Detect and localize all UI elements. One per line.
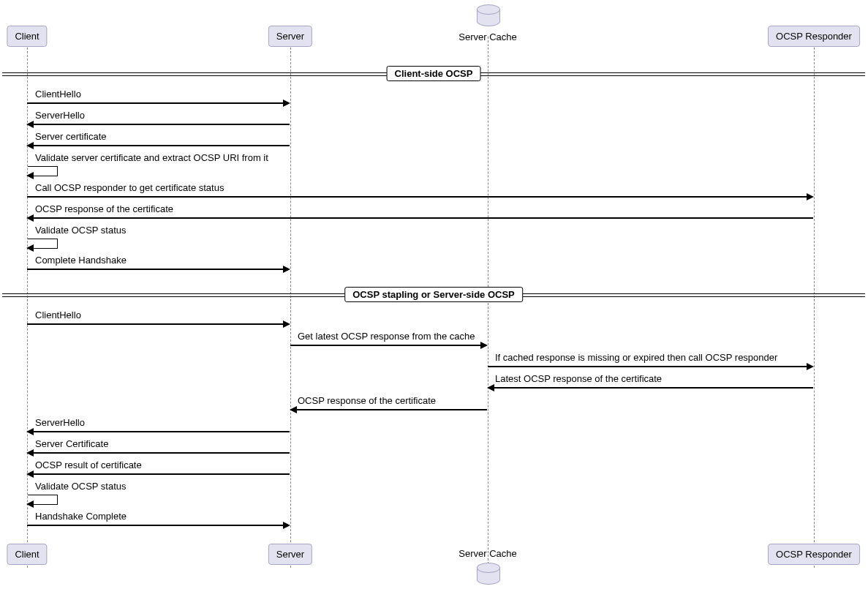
arrow-left	[291, 409, 487, 410]
msg-label: OCSP response of the certificate	[296, 395, 437, 406]
msg-label: OCSP response of the certificate	[34, 203, 175, 214]
arrow-right	[27, 196, 812, 198]
arrow-right	[27, 525, 289, 526]
arrow-left	[28, 217, 813, 219]
self-arrow	[28, 239, 58, 249]
participant-cache-bottom-label: Server Cache	[458, 548, 516, 559]
msg-label: Validate OCSP status	[34, 225, 128, 236]
database-icon	[477, 563, 499, 585]
msg-label: ServerHello	[34, 110, 86, 121]
participant-ocsp-bottom: OCSP Responder	[768, 544, 860, 565]
participant-cache-top-label: Server Cache	[458, 31, 516, 42]
arrow-left	[28, 473, 290, 475]
msg-label: OCSP result of certificate	[34, 459, 143, 470]
msg-label: Validate OCSP status	[34, 481, 128, 492]
msg-label: ServerHello	[34, 417, 86, 428]
self-arrow	[28, 495, 58, 505]
msg-label: ClientHello	[34, 309, 83, 320]
msg-label: Complete Handshake	[34, 255, 128, 266]
participant-server-top: Server	[268, 26, 312, 47]
arrow-left	[28, 431, 290, 432]
msg-label: Server certificate	[34, 131, 108, 142]
divider-title: OCSP stapling or Server-side OCSP	[344, 287, 523, 302]
divider-title: Client-side OCSP	[387, 66, 481, 81]
participant-ocsp-top: OCSP Responder	[768, 26, 860, 47]
msg-label: Validate server certificate and extract …	[34, 152, 270, 163]
msg-label: Handshake Complete	[34, 511, 128, 522]
arrow-right	[290, 345, 486, 346]
divider-client-side: Client-side OCSP	[2, 66, 865, 82]
arrow-right	[488, 366, 812, 367]
msg-label: Get latest OCSP response from the cache	[296, 331, 477, 342]
self-arrow	[28, 166, 58, 176]
msg-label: ClientHello	[34, 89, 83, 100]
arrow-left	[488, 387, 813, 389]
participant-server-bottom: Server	[268, 544, 312, 565]
msg-label: Server Certificate	[34, 438, 110, 449]
arrow-left	[28, 124, 290, 125]
participant-client-top: Client	[7, 26, 47, 47]
arrow-right	[27, 269, 289, 270]
arrow-left	[28, 452, 290, 454]
arrow-right	[27, 102, 289, 104]
divider-server-side: OCSP stapling or Server-side OCSP	[2, 287, 865, 303]
database-icon	[477, 4, 499, 26]
msg-label: If cached response is missing or expired…	[494, 352, 779, 363]
msg-label: Call OCSP responder to get certificate s…	[34, 182, 225, 193]
sequence-diagram: Client Server Server Cache OCSP Responde…	[0, 0, 868, 589]
participant-client-bottom: Client	[7, 544, 47, 565]
msg-label: Latest OCSP response of the certificate	[494, 373, 663, 384]
arrow-left	[28, 145, 290, 146]
arrow-right	[27, 323, 289, 325]
